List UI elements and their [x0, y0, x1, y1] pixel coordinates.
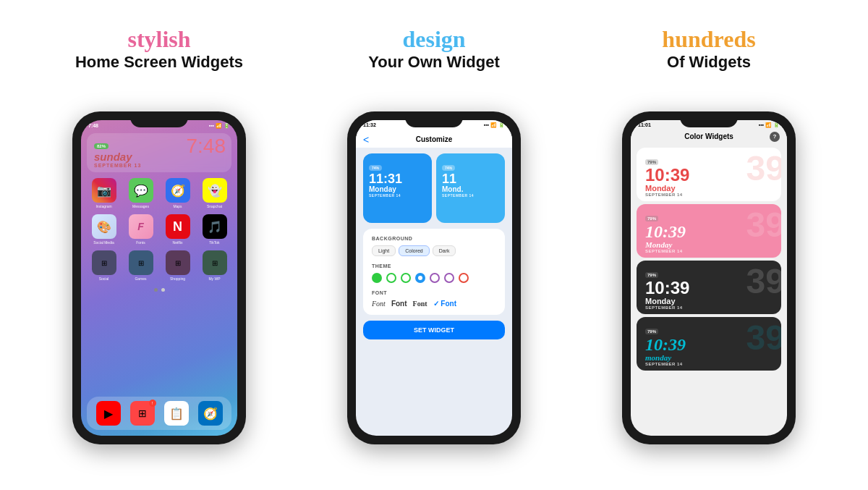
phone-1-wrapper: 7:48 ▪▪▪ 📶 🔋 82% 7:48 sunday SEPTEMBER 1… — [29, 80, 289, 476]
page-dots-1 — [81, 288, 237, 292]
panel-1-header: stylish Home Screen Widgets — [29, 14, 289, 80]
phone-2-notch — [405, 111, 463, 127]
phone-3-help-button[interactable]: ? — [770, 132, 780, 142]
phone-2-time: 11:32 — [363, 122, 376, 128]
theme-dot-green1[interactable] — [372, 273, 382, 283]
widget-bg-number-3: 39 — [746, 264, 781, 299]
phone-2-back-button[interactable]: < — [363, 134, 369, 145]
panel-3-script-title: hundreds — [586, 27, 832, 52]
phone-1-notch — [130, 111, 188, 127]
font-option-4-checked[interactable]: ✓ Font — [433, 300, 456, 308]
wc-date-1: SEPTEMBER 14 — [645, 193, 773, 197]
app-icon-folder-games: ⊞ — [129, 250, 153, 275]
app-folder-mywp[interactable]: ⊞ My WP — [197, 250, 231, 281]
widget-1-date: SEPTEMBER 14 — [369, 193, 426, 198]
apps-row-2: 🎨 Social Media F Fonts N Netflix 🎵 — [81, 211, 237, 248]
panel-2-bold-title: Your Own Widget — [311, 52, 557, 73]
widget-big-time: 7:48 — [187, 135, 226, 158]
bg-section-label: BACKGROUND — [372, 236, 496, 241]
wc-date-3: SEPTEMBER 14 — [645, 305, 773, 310]
theme-dot-purple1[interactable] — [430, 273, 440, 283]
theme-dots — [372, 273, 496, 283]
app-icon-netflix: N — [166, 214, 190, 239]
phone-3-notch — [680, 111, 738, 127]
bg-option-colored[interactable]: Colored — [399, 245, 430, 256]
app-label-folder-games: Games — [135, 276, 146, 281]
app-label-maps: Maps — [173, 204, 182, 208]
app-instagram[interactable]: 📷 Instagram — [87, 178, 121, 208]
app-icon-tiktok: 🎵 — [203, 214, 227, 239]
panel-1: stylish Home Screen Widgets 7:48 ▪▪▪ 📶 🔋… — [29, 14, 289, 477]
panel-3: hundreds Of Widgets 11:01 ▪▪▪ 📶 🔋 Color … — [579, 14, 839, 477]
theme-section-label: THEME — [372, 263, 496, 269]
phone-3-time: 11:01 — [638, 122, 651, 128]
dock-grid[interactable]: ⊞ ! — [130, 401, 155, 426]
app-label-fonts: Fonts — [136, 240, 145, 245]
phone-1-widget: 82% 7:48 sunday SEPTEMBER 13 — [87, 133, 231, 172]
app-tiktok[interactable]: 🎵 TikTok — [197, 214, 231, 245]
app-folder-shopping[interactable]: ⊞ Shopping — [161, 250, 195, 281]
widget-2-time: 11 — [442, 172, 499, 185]
widget-1-day: Monday — [369, 185, 426, 193]
app-icon-folder-social: ⊞ — [92, 250, 116, 275]
widget-preview-2[interactable]: 74% 11 Mond. SEPTEMBER 14 — [436, 153, 505, 223]
widget-bg-number-4: 39 — [746, 321, 781, 355]
app-label-social-media: Social Media — [93, 240, 114, 245]
widget-card-2-pink[interactable]: 39 79% 10:39 Monday SEPTEMBER 14 — [637, 204, 781, 258]
widget-1-time: 11:31 — [369, 172, 426, 185]
phone-1-time: 7:48 — [88, 123, 98, 129]
app-label-folder-social: Social — [99, 276, 109, 281]
wc-battery-4: 79% — [645, 329, 658, 334]
widget-2-day: Mond. — [442, 185, 499, 193]
widget-card-3-dark[interactable]: 39 79% 10:39 Monday SEPTEMBER 14 — [637, 261, 781, 314]
app-label-folder-shopping: Shopping — [170, 276, 185, 281]
font-option-1[interactable]: Font — [372, 300, 386, 308]
phone-2-wrapper: 11:32 ▪▪▪ 📶 🔋 < Customize 74% 11:31 Mond… — [304, 80, 564, 476]
app-icon-social: 🎨 — [92, 214, 116, 239]
app-netflix[interactable]: N Netflix — [161, 214, 195, 245]
bg-option-dark[interactable]: Dark — [433, 245, 456, 256]
widget-2-battery: 74% — [442, 165, 455, 171]
widget-2-date: SEPTEMBER 14 — [442, 193, 499, 198]
panel-3-header: hundreds Of Widgets — [579, 14, 839, 80]
app-folder-social[interactable]: ⊞ Social — [87, 250, 121, 281]
app-label-instagram: Instagram — [95, 204, 111, 208]
theme-dot-purple2[interactable] — [444, 273, 454, 283]
widget-card-1-light[interactable]: 39 79% 10:39 Monday SEPTEMBER 14 — [637, 148, 781, 201]
app-label-netflix: Netflix — [173, 240, 183, 245]
wc-battery-2: 79% — [645, 216, 658, 221]
app-social[interactable]: 🎨 Social Media — [87, 214, 121, 245]
phone-3-screen: 11:01 ▪▪▪ 📶 🔋 Color Widgets ? 39 79% 10:… — [631, 120, 787, 436]
widget-1-battery: 74% — [369, 165, 382, 171]
wc-battery-1: 79% — [645, 159, 658, 165]
font-option-3[interactable]: Font — [413, 300, 427, 308]
theme-dot-green2[interactable] — [386, 273, 396, 283]
app-fonts[interactable]: F Fonts — [124, 214, 158, 245]
customize-panel: BACKGROUND Light Colored Dark THEME — [363, 229, 505, 315]
widget-preview-1[interactable]: 74% 11:31 Monday SEPTEMBER 14 — [363, 153, 432, 223]
app-snapchat[interactable]: 👻 Snapchat — [197, 178, 231, 208]
dock-notion[interactable]: 📋 — [164, 401, 189, 426]
widget-card-4-teal[interactable]: 39 79% 10:39 monday SEPTEMBER 14 — [637, 317, 781, 371]
phone-3-topbar: Color Widgets ? — [631, 130, 787, 145]
theme-dot-green3[interactable] — [401, 273, 411, 283]
phone-3-signal: ▪▪▪ 📶 🔋 — [759, 122, 780, 128]
bg-option-light[interactable]: Light — [372, 245, 396, 256]
app-label-messages: Messages — [132, 204, 149, 208]
widget-date: SEPTEMBER 13 — [94, 163, 224, 168]
app-icon-folder-mywp: ⊞ — [203, 250, 227, 275]
dock-safari[interactable]: 🧭 — [198, 401, 223, 426]
app-messages[interactable]: 💬 Messages — [124, 178, 158, 208]
font-option-2[interactable]: Font — [391, 300, 407, 308]
app-folder-games[interactable]: ⊞ Games — [124, 250, 158, 281]
theme-dot-blue[interactable] — [415, 273, 425, 283]
page-dot-2 — [161, 288, 165, 292]
phone-2-topbar: < Customize — [356, 130, 512, 148]
app-maps[interactable]: 🧭 Maps — [161, 178, 195, 208]
theme-dot-red[interactable] — [459, 273, 469, 283]
battery-badge: 82% — [94, 143, 109, 149]
phone-1-dock: ▶ ⊞ ! 📋 🧭 — [87, 397, 231, 430]
dock-youtube[interactable]: ▶ — [96, 401, 121, 426]
set-widget-button[interactable]: SET WIDGET — [363, 321, 505, 339]
panel-1-script-title: stylish — [36, 27, 282, 52]
